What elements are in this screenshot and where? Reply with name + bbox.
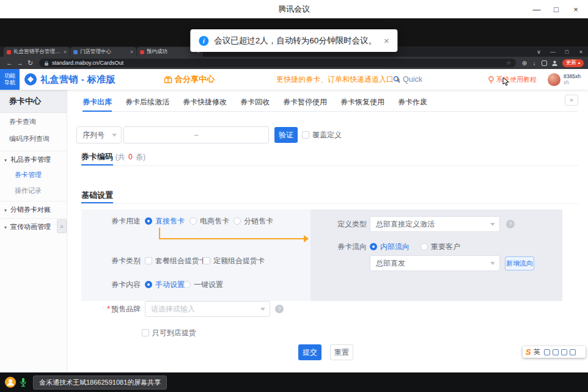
- share-center-link[interactable]: 合分享中心: [164, 69, 215, 90]
- brand-logo-icon: [24, 73, 37, 85]
- sidebar-group-gift-card-management[interactable]: ▾ 礼品券卡管理: [0, 151, 67, 167]
- main-content: 券卡出库 券卡后续激活 券卡快捷修改 券卡回收 券卡暂停使用 券卡恢复使用 券卡…: [67, 90, 588, 372]
- help-icon[interactable]: ?: [275, 305, 284, 313]
- radio-important-customer[interactable]: 重要客户: [421, 241, 460, 253]
- update-button[interactable]: 更新: [562, 59, 584, 67]
- browser-close-icon[interactable]: ×: [574, 49, 588, 55]
- tutorial-link[interactable]: 系统使用教程: [488, 69, 537, 90]
- tab-card-recycle[interactable]: 券卡回收: [240, 95, 270, 112]
- bookmark-star-icon[interactable]: ☆: [506, 60, 511, 66]
- sidebar-item-code-sequence-query[interactable]: 编码序列查询: [0, 130, 67, 147]
- refresh-icon[interactable]: ↻: [25, 59, 35, 67]
- ime-more-icon[interactable]: [570, 349, 576, 355]
- radio-icon: [370, 243, 377, 250]
- sidebar-group-label: 分销券卡对账: [10, 206, 51, 213]
- browser-maximize-icon[interactable]: □: [560, 49, 574, 55]
- help-icon[interactable]: ?: [506, 220, 515, 228]
- sidebar-section-card-center[interactable]: 券卡中心: [0, 90, 67, 113]
- checkbox-fixed-combo-pickup-card[interactable]: 定额组合提货卡: [203, 255, 265, 267]
- flow-channel-select[interactable]: 总部直发: [370, 255, 500, 271]
- tab-close-icon[interactable]: ×: [64, 49, 67, 55]
- tab-card-followup-activation[interactable]: 券卡后续激活: [125, 95, 169, 112]
- tab-list-chevron-icon[interactable]: ∨: [532, 49, 546, 55]
- browser-minimize-icon[interactable]: —: [546, 49, 560, 55]
- section-divider: [81, 165, 578, 166]
- brand[interactable]: 礼盒营销 - 标准版: [24, 69, 116, 90]
- ime-pen-icon[interactable]: [544, 349, 550, 355]
- caret-down-icon: ▾: [4, 225, 7, 230]
- codes-count-suffix: 条): [134, 153, 145, 161]
- tab-card-quick-edit[interactable]: 券卡快捷修改: [183, 95, 227, 112]
- flow-channel-value: 总部直发: [376, 258, 405, 269]
- tab-card-suspend[interactable]: 券卡暂停使用: [283, 95, 327, 112]
- close-icon[interactable]: ×: [566, 0, 586, 18]
- checkbox-icon: [142, 329, 149, 336]
- toast-close-icon[interactable]: ×: [384, 35, 389, 46]
- sidebar-item-card-management[interactable]: 券卡管理: [0, 167, 67, 183]
- promo-entrance-link[interactable]: 更快捷的券卡、订单和快递通道入口: [276, 69, 402, 90]
- tab-title: 门店管理中心: [80, 48, 128, 56]
- usage-label: 券卡用途: [79, 215, 141, 227]
- ime-keyboard-icon[interactable]: [553, 349, 559, 355]
- definition-type-select[interactable]: 总部直接定义激活: [370, 216, 500, 232]
- quick-search[interactable]: Quick: [393, 69, 422, 90]
- checkbox-store-pickup-only[interactable]: 只可到店提货: [142, 327, 196, 339]
- submit-button[interactable]: 提交: [298, 344, 322, 360]
- radio-icon: [189, 217, 197, 225]
- chevron-down-icon: [112, 134, 117, 137]
- ime-toolbox-icon[interactable]: [561, 349, 567, 355]
- serial-type-select[interactable]: 序列号: [76, 126, 122, 143]
- radio-manual-setup[interactable]: 手动设置: [145, 278, 185, 291]
- download-icon[interactable]: ↓: [529, 60, 539, 67]
- sidebar-group-distribution-reconciliation[interactable]: ▾ 分销券卡对账: [0, 201, 67, 217]
- browser-tab-marketing[interactable]: 礼盒营销平台管理中心 ×: [4, 47, 70, 57]
- checkbox-label: 套餐组合提货卡: [155, 256, 207, 266]
- profile-icon[interactable]: [551, 60, 558, 67]
- checkbox-label: 定额组合提货卡: [213, 256, 265, 266]
- browser-tab-store[interactable]: 门店管理中心 ×: [70, 47, 136, 57]
- minimize-button[interactable]: —: [527, 0, 546, 18]
- user-subname: xh: [564, 79, 581, 85]
- ime-toolbar[interactable]: S 英: [523, 346, 586, 358]
- forward-icon[interactable]: →: [15, 59, 25, 67]
- back-icon[interactable]: ←: [4, 59, 15, 67]
- tab-card-void[interactable]: 券卡作废: [398, 95, 427, 112]
- mouse-cursor: [502, 77, 510, 87]
- favicon: [140, 50, 144, 54]
- window-controls: — □ ×: [527, 0, 586, 18]
- radio-one-click-setup[interactable]: 一键设置: [183, 278, 223, 291]
- radio-internal-flow[interactable]: 内部流向: [370, 241, 410, 253]
- favicon: [7, 50, 11, 54]
- checkbox-combo-pickup-card[interactable]: 套餐组合提货卡: [145, 255, 207, 267]
- collapse-panel-button[interactable]: »: [565, 95, 578, 106]
- chevron-down-icon: [490, 262, 495, 265]
- flow-connector-line: [159, 238, 304, 239]
- radio-ecommerce-sale[interactable]: 电商售卡: [189, 215, 229, 227]
- section-divider: [81, 203, 578, 204]
- user-menu[interactable]: 8385xh xh: [548, 69, 581, 90]
- radio-distribution-sale[interactable]: 分销售卡: [233, 215, 273, 227]
- content-tabs: 券卡出库 券卡后续激活 券卡快捷修改 券卡回收 券卡暂停使用 券卡恢复使用 券卡…: [83, 95, 578, 112]
- zoom-icon[interactable]: ⊕: [520, 60, 529, 67]
- sidebar-item-operation-log[interactable]: 操作记录: [0, 183, 67, 198]
- tab-close-icon[interactable]: ×: [130, 49, 133, 55]
- sidebar-item-card-query[interactable]: 券卡查询: [0, 113, 67, 130]
- presale-brand-select[interactable]: 请选择或输入: [145, 301, 270, 317]
- sidebar-collapse-handle[interactable]: ≡: [57, 219, 67, 233]
- ime-language-indicator[interactable]: 英: [534, 347, 540, 357]
- add-flow-button[interactable]: 新增流向: [505, 256, 534, 270]
- maximize-button[interactable]: □: [546, 0, 566, 18]
- radio-direct-sale[interactable]: 直接售卡: [145, 215, 185, 227]
- override-definition-checkbox[interactable]: 覆盖定义: [302, 129, 342, 141]
- function-nav-toggle[interactable]: 功能 导航: [0, 69, 20, 90]
- radio-label: 直接售卡: [155, 216, 185, 227]
- tab-card-outbound[interactable]: 券卡出库: [83, 95, 112, 112]
- serial-range-input[interactable]: –: [123, 126, 269, 143]
- verify-button[interactable]: 验证: [274, 127, 298, 143]
- tab-card-resume[interactable]: 券卡恢复使用: [340, 95, 384, 112]
- address-bar[interactable]: standard.maboy.cn/CardsOut ☆: [39, 59, 516, 67]
- reset-button[interactable]: 重置: [330, 344, 353, 360]
- extensions-icon[interactable]: [542, 60, 547, 66]
- sogou-logo-icon[interactable]: S: [526, 347, 531, 357]
- microphone-icon: [20, 377, 27, 387]
